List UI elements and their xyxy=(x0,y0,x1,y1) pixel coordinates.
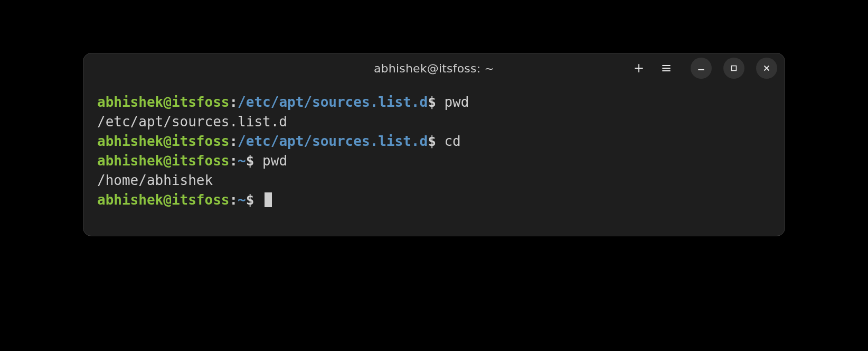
prompt-cwd: ~ xyxy=(238,153,246,169)
terminal-window: abhishek@itsfoss: ~ xyxy=(83,53,785,236)
svg-rect-6 xyxy=(732,66,737,71)
prompt-colon: : xyxy=(229,153,238,169)
prompt-cwd: /etc/apt/sources.list.d xyxy=(238,133,428,149)
prompt-colon: : xyxy=(229,133,238,149)
prompt-dollar: $ xyxy=(428,133,444,149)
prompt-user-host: abhishek@itsfoss xyxy=(97,94,229,110)
terminal-output[interactable]: abhishek@itsfoss:/etc/apt/sources.list.d… xyxy=(83,83,785,236)
plus-icon xyxy=(634,63,644,73)
prompt-cwd: /etc/apt/sources.list.d xyxy=(238,94,428,110)
prompt-cwd: ~ xyxy=(238,192,246,208)
prompt-command: cd xyxy=(444,133,460,149)
window-titlebar: abhishek@itsfoss: ~ xyxy=(83,53,785,83)
prompt-dollar: $ xyxy=(246,192,262,208)
terminal-line: abhishek@itsfoss:/etc/apt/sources.list.d… xyxy=(97,93,771,112)
terminal-line: abhishek@itsfoss:~$ xyxy=(97,190,771,210)
close-button[interactable] xyxy=(756,58,777,79)
close-icon xyxy=(762,64,771,72)
minimize-button[interactable] xyxy=(691,58,712,79)
new-tab-button[interactable] xyxy=(631,61,646,76)
terminal-line: abhishek@itsfoss:/etc/apt/sources.list.d… xyxy=(97,132,771,151)
terminal-line: /home/abhishek xyxy=(97,171,771,190)
prompt-user-host: abhishek@itsfoss xyxy=(97,192,229,208)
prompt-dollar: $ xyxy=(246,153,262,169)
terminal-line: /etc/apt/sources.list.d xyxy=(97,112,771,132)
prompt-command: pwd xyxy=(444,94,469,110)
cursor xyxy=(265,192,272,207)
prompt-dollar: $ xyxy=(428,94,444,110)
terminal-line: abhishek@itsfoss:~$ pwd xyxy=(97,151,771,171)
prompt-user-host: abhishek@itsfoss xyxy=(97,153,229,169)
prompt-colon: : xyxy=(229,192,238,208)
maximize-icon xyxy=(730,64,738,72)
window-title: abhishek@itsfoss: ~ xyxy=(374,62,494,75)
prompt-colon: : xyxy=(229,94,238,110)
output-text: /etc/apt/sources.list.d xyxy=(97,114,287,130)
window-controls xyxy=(691,58,777,79)
prompt-user-host: abhishek@itsfoss xyxy=(97,133,229,149)
maximize-button[interactable] xyxy=(723,58,744,79)
output-text: /home/abhishek xyxy=(97,172,213,188)
minimize-icon xyxy=(697,64,705,72)
hamburger-icon xyxy=(661,63,672,73)
prompt-command: pwd xyxy=(262,153,287,169)
menu-button[interactable] xyxy=(659,61,674,76)
titlebar-actions xyxy=(631,58,777,79)
